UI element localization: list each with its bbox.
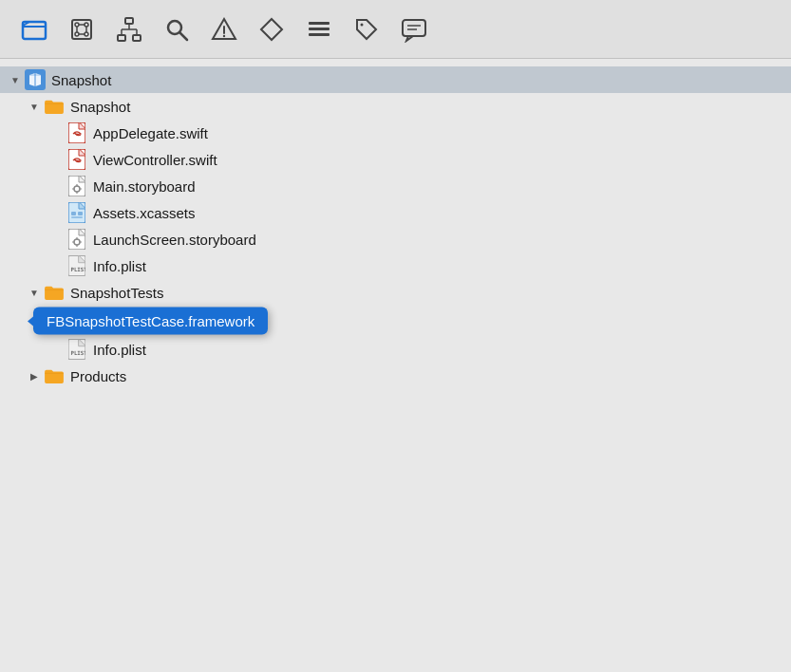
svg-rect-12 xyxy=(133,35,141,41)
snapshottests-folder-item[interactable]: SnapshotTests xyxy=(0,279,791,306)
svg-text:PLIST: PLIST xyxy=(70,350,85,356)
snapshottests-folder-label: SnapshotTests xyxy=(70,285,163,301)
file-tree: Snapshot Snapshot AppDelegate.swift xyxy=(0,59,791,672)
plist-icon: PLIST xyxy=(66,339,87,360)
products-folder-item[interactable]: Products xyxy=(0,363,791,389)
info-plist-1-item[interactable]: PLIST Info.plist xyxy=(0,252,791,279)
toolbar xyxy=(0,0,791,59)
info-plist-1-label: Info.plist xyxy=(93,258,146,274)
launchscreen-item[interactable]: LaunchScreen.storyboard xyxy=(0,226,791,252)
folder-icon xyxy=(44,282,65,303)
svg-line-18 xyxy=(180,32,188,40)
triangle-down-icon xyxy=(27,285,42,300)
triangle-down-icon xyxy=(8,72,23,87)
folder-icon xyxy=(44,365,65,386)
snapshot-folder-item[interactable]: Snapshot xyxy=(0,93,791,120)
svg-point-2 xyxy=(75,23,79,27)
viewcontroller-item[interactable]: ViewController.swift xyxy=(0,146,791,173)
svg-rect-38 xyxy=(71,212,76,215)
svg-text:PLIST: PLIST xyxy=(70,267,85,272)
svg-point-3 xyxy=(85,23,88,27)
triangle-down-icon xyxy=(27,99,42,114)
plist-icon: PLIST xyxy=(66,255,87,276)
framework-item[interactable]: FBSnapshotTestCase.framework xyxy=(0,306,791,336)
swift-file-icon xyxy=(66,149,87,170)
svg-rect-25 xyxy=(403,20,425,36)
assets-icon xyxy=(66,202,87,223)
storyboard-icon xyxy=(66,176,87,196)
main-storyboard-item[interactable]: Main.storyboard xyxy=(0,173,791,199)
svg-point-4 xyxy=(75,32,79,36)
svg-rect-23 xyxy=(309,33,330,36)
circuit-board-icon[interactable] xyxy=(66,14,97,45)
svg-point-5 xyxy=(85,32,88,36)
svg-rect-22 xyxy=(309,28,330,30)
warning-icon[interactable] xyxy=(209,14,239,45)
main-storyboard-label: Main.storyboard xyxy=(93,178,196,195)
info-plist-2-label: Info.plist xyxy=(93,342,146,358)
framework-tooltip: FBSnapshotTestCase.framework xyxy=(33,308,268,335)
tag-icon[interactable] xyxy=(351,14,382,45)
project-icon xyxy=(25,69,46,90)
svg-rect-1 xyxy=(72,20,91,39)
list-lines-icon[interactable] xyxy=(304,14,334,45)
viewcontroller-label: ViewController.swift xyxy=(93,152,217,168)
svg-rect-11 xyxy=(118,35,125,41)
search-icon[interactable] xyxy=(161,14,192,45)
hierarchy-icon[interactable] xyxy=(114,14,144,45)
appdelegate-item[interactable]: AppDelegate.swift xyxy=(0,120,791,146)
folder-nav-icon[interactable] xyxy=(19,14,49,45)
products-folder-label: Products xyxy=(70,368,126,384)
launchscreen-label: LaunchScreen.storyboard xyxy=(93,232,256,248)
triangle-right-icon xyxy=(27,368,42,383)
folder-icon xyxy=(44,96,65,117)
project-root-item[interactable]: Snapshot xyxy=(0,66,791,93)
svg-point-20 xyxy=(223,34,225,36)
appdelegate-label: AppDelegate.swift xyxy=(93,125,208,141)
project-root-label: Snapshot xyxy=(51,72,111,88)
svg-rect-39 xyxy=(78,212,83,215)
svg-rect-40 xyxy=(71,216,83,218)
svg-rect-21 xyxy=(309,22,330,25)
comment-icon[interactable] xyxy=(399,14,429,45)
info-plist-2-item[interactable]: PLIST Info.plist xyxy=(0,336,791,363)
storyboard-icon xyxy=(66,229,87,250)
assets-item[interactable]: Assets.xcassets xyxy=(0,199,791,226)
svg-point-24 xyxy=(361,23,364,26)
swift-file-icon xyxy=(66,122,87,143)
snapshot-folder-label: Snapshot xyxy=(70,99,130,115)
assets-label: Assets.xcassets xyxy=(93,205,196,221)
diamond-icon[interactable] xyxy=(256,14,287,45)
svg-rect-10 xyxy=(125,18,133,24)
